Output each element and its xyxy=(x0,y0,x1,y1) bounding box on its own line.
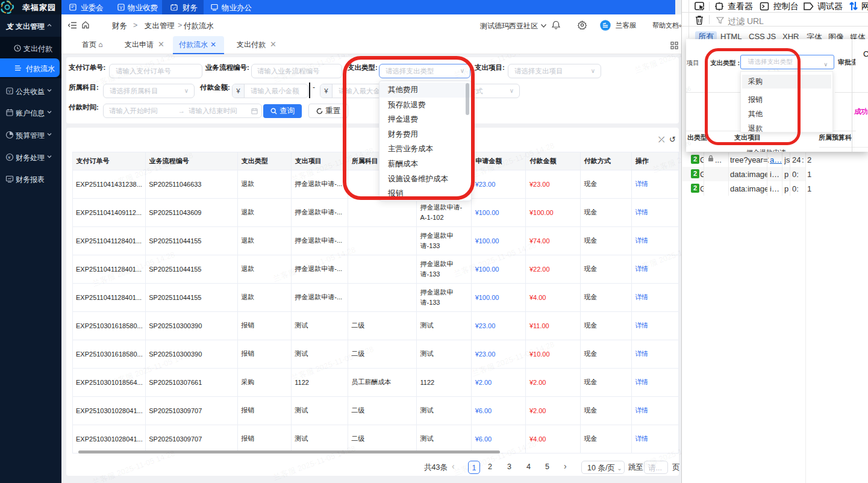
svg-text:V: V xyxy=(119,5,122,10)
svg-text:支: 支 xyxy=(5,22,14,30)
svg-text:¥: ¥ xyxy=(7,155,11,160)
svg-text:V: V xyxy=(8,89,11,93)
